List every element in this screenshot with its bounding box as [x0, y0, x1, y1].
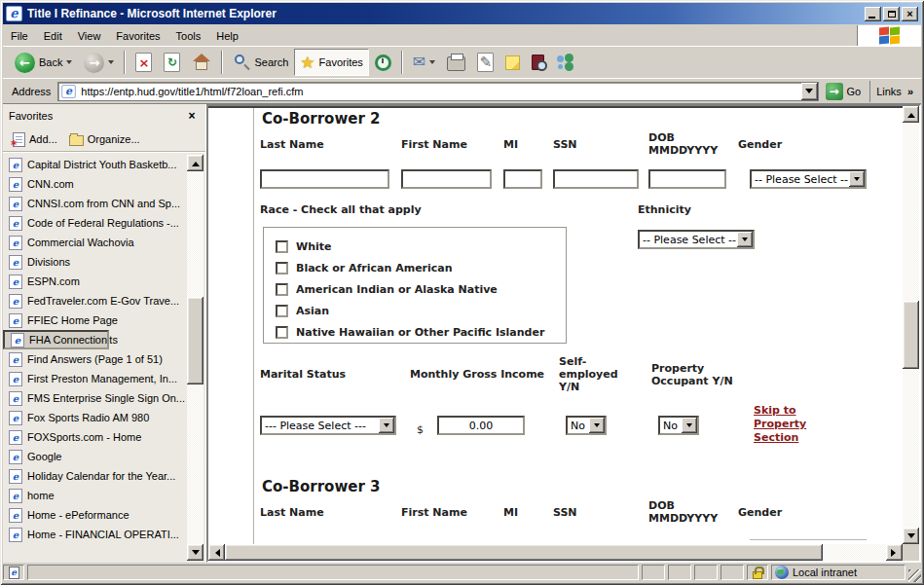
race-checkbox-american-indian[interactable]	[276, 283, 288, 296]
links-toolbar[interactable]: Links »	[869, 81, 919, 102]
scrollbar-thumb[interactable]	[225, 544, 823, 561]
favorite-item[interactable]: eFind Answers (Page 1 of 51)	[3, 349, 186, 369]
dob-input[interactable]	[648, 169, 726, 189]
resize-grip[interactable]	[908, 569, 921, 582]
scroll-down-button[interactable]	[187, 544, 203, 561]
history-button[interactable]	[369, 49, 397, 76]
edit-button[interactable]: ✎	[471, 49, 499, 76]
scroll-up-button[interactable]	[903, 106, 919, 123]
favorite-item-selected[interactable]: eFHA Connection	[3, 330, 109, 349]
refresh-button[interactable]: ↻	[158, 49, 186, 76]
favorite-item[interactable]: eHoliday Calendar for the Year...	[3, 466, 186, 486]
content-vertical-scrollbar[interactable]	[903, 106, 919, 544]
menu-view[interactable]: View	[70, 27, 109, 45]
favorite-item[interactable]: eHome - ePeformance	[3, 505, 186, 525]
favorite-item[interactable]: eCNNSI.com from CNN and Sp...	[3, 194, 186, 213]
race-checkbox-white[interactable]	[276, 240, 288, 253]
forward-dropdown-icon[interactable]	[108, 60, 114, 67]
ie-logo-icon[interactable]: e	[6, 6, 22, 21]
gender-select[interactable]: -- Please Select --	[750, 169, 867, 189]
skip-to-property-link[interactable]: Skip to Property Section	[754, 404, 833, 445]
favorite-item[interactable]: eFirst Preston Management, In...	[3, 369, 186, 388]
marital-status-select[interactable]: --- Please Select ---	[260, 416, 396, 435]
back-button[interactable]: ← Back	[9, 49, 78, 76]
home-button[interactable]	[186, 49, 217, 76]
print-button[interactable]	[441, 49, 471, 76]
favorites-scrollbar[interactable]	[187, 155, 203, 561]
last-name-input[interactable]	[260, 169, 389, 189]
forward-button[interactable]: →	[78, 49, 120, 76]
select-dropdown-button[interactable]	[589, 418, 605, 433]
favorite-item[interactable]: eFedTraveler.com E-Gov Trave...	[3, 291, 186, 311]
ethnicity-select[interactable]: -- Please Select --	[638, 230, 755, 249]
content-horizontal-scrollbar[interactable]	[208, 544, 903, 561]
research-button[interactable]	[526, 49, 550, 76]
coborrower3-heading: Co-Borrower 3	[262, 478, 380, 495]
menu-edit[interactable]: Edit	[36, 27, 70, 45]
menu-help[interactable]: Help	[208, 27, 246, 45]
scroll-up-button[interactable]	[187, 155, 203, 171]
menu-file[interactable]: File	[3, 27, 36, 45]
self-employed-select[interactable]: No	[566, 416, 607, 435]
favorites-panel-close-button[interactable]: ×	[184, 109, 200, 124]
mi-input[interactable]	[503, 169, 542, 189]
first-name-input[interactable]	[401, 169, 492, 189]
search-icon	[233, 54, 250, 71]
home-icon	[192, 54, 211, 71]
select-dropdown-button[interactable]	[379, 418, 394, 433]
organize-favorites-button[interactable]: Organize...	[63, 130, 146, 148]
mail-dropdown-icon[interactable]	[429, 60, 435, 67]
maximize-button[interactable]	[883, 7, 900, 21]
favorite-item[interactable]: eDivisions	[3, 252, 186, 272]
messenger-button[interactable]	[550, 49, 581, 76]
close-button[interactable]: ×	[902, 7, 918, 21]
property-occupant-select[interactable]: No	[658, 416, 699, 435]
favorite-item[interactable]: eCode of Federal Regulations -...	[3, 213, 186, 233]
menu-favorites[interactable]: Favorites	[108, 27, 167, 45]
address-dropdown-button[interactable]	[801, 83, 818, 100]
race-checkbox-asian[interactable]	[276, 305, 288, 317]
back-dropdown-icon[interactable]	[66, 60, 72, 67]
scrollbar-thumb[interactable]	[187, 297, 203, 384]
scrollbar-thumb[interactable]	[903, 301, 919, 369]
search-button[interactable]: Search	[227, 49, 294, 76]
security-pane	[747, 565, 768, 580]
discuss-button[interactable]	[499, 49, 526, 76]
status-message-pane	[27, 565, 639, 580]
favorite-item[interactable]: eCommercial Wachovia	[3, 233, 186, 252]
favorite-item[interactable]: eGoogle	[3, 447, 186, 466]
ie-favicon: e	[9, 372, 22, 386]
favorite-item[interactable]: eFOXSports.com - Home	[3, 427, 186, 447]
select-dropdown-button[interactable]	[849, 171, 865, 187]
ssn-input[interactable]	[553, 169, 639, 189]
race-checkbox-hawaiian[interactable]	[276, 326, 288, 339]
favorite-item[interactable]: eCNN.com	[3, 174, 186, 194]
ie-favicon: e	[9, 158, 22, 172]
mail-button[interactable]: ✉	[407, 49, 441, 76]
minimize-button[interactable]	[865, 7, 881, 21]
income-input[interactable]	[437, 416, 525, 435]
menu-tools[interactable]: Tools	[168, 27, 209, 45]
scroll-right-button[interactable]	[886, 544, 903, 561]
scroll-down-button[interactable]	[903, 528, 919, 544]
favorite-item[interactable]: eFFIEC Home Page	[3, 311, 186, 330]
add-favorite-button[interactable]: Add...	[7, 130, 63, 149]
scroll-left-button[interactable]	[208, 544, 225, 561]
favorites-button[interactable]: ★ Favorites	[294, 49, 369, 76]
select-dropdown-button[interactable]	[682, 418, 697, 433]
add-favorite-icon	[13, 132, 25, 147]
go-button[interactable]: → Go	[823, 81, 867, 102]
stop-button[interactable]: ×	[129, 49, 158, 76]
favorite-item[interactable]: ehome	[3, 486, 186, 505]
select-dropdown-button[interactable]	[737, 232, 753, 247]
address-input[interactable]: e https://entp.hud.gov/title1/html/f72lo…	[57, 82, 818, 101]
ie-favicon: e	[9, 352, 22, 367]
favorite-item[interactable]: eFMS Enterprise Single Sign On...	[3, 388, 186, 408]
favorite-item[interactable]: eCapital District Youth Basketb...	[3, 155, 186, 174]
ie-favicon: e	[9, 274, 22, 289]
form-left-border	[253, 108, 254, 544]
favorite-item[interactable]: eESPN.com	[3, 272, 186, 291]
favorite-item[interactable]: eHome - FINANCIAL OPERATI...	[3, 525, 186, 544]
race-checkbox-black[interactable]	[276, 262, 288, 274]
favorite-item[interactable]: eFox Sports Radio AM 980	[3, 408, 186, 427]
